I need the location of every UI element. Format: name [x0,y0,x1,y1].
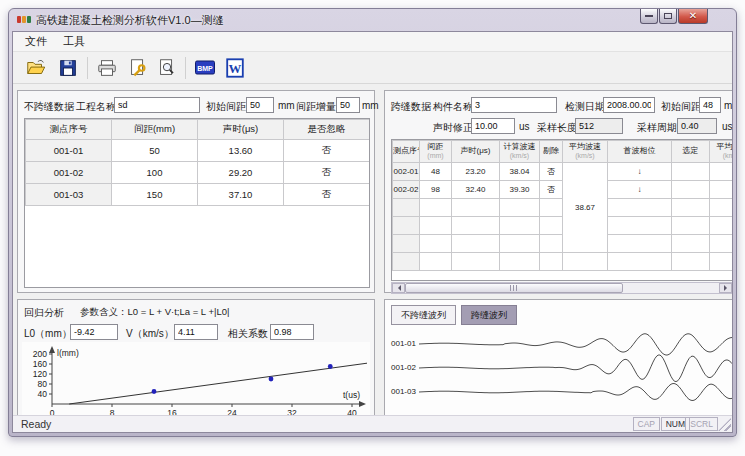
tab-seam-waves[interactable]: 跨缝波列 [461,305,517,325]
col-avg-velocity-2: 平均波速(km/s) [710,141,734,163]
date-input[interactable] [603,97,655,113]
svg-text:80: 80 [38,379,48,389]
save-floppy-icon [57,57,79,79]
formula-text: 参数含义：L0 = L + V·t;La = L +|L0| [80,306,229,319]
corr-input[interactable] [270,324,314,340]
svg-text:W: W [229,62,242,76]
svg-text:120: 120 [33,369,47,379]
sample-period-unit: us [722,121,733,132]
minimize-icon [645,15,653,17]
table-row [393,253,734,271]
col-ignore: 是否忽略 [284,120,370,140]
export-word-button[interactable]: W [222,55,248,81]
component-input[interactable] [471,97,557,113]
project-name-label: 工程名称 [76,100,116,114]
init-spacing-input[interactable] [246,97,274,113]
resize-grip[interactable] [718,418,731,431]
init-spacing-label: 初始间距 [661,100,701,114]
waveform-panel: 不跨缝波列 跨缝波列 001-01 001-02 001-03 [384,299,733,417]
non-seam-table: 测点序号 间距(mm) 声时(μs) 是否忽略 001-01 50 13.60 … [24,118,370,288]
horizontal-scrollbar[interactable] [391,282,733,294]
maximize-button[interactable] [659,9,677,24]
menu-tools[interactable]: 工具 [55,32,93,51]
regression-chart: 08162432404080120160200l(mm)t(us) [22,342,370,416]
v-input[interactable] [174,324,218,340]
trace-label: 001-01 [391,339,416,348]
svg-text:200: 200 [33,349,47,359]
first-wave-phase-arrow[interactable]: ↓ [608,181,672,199]
table-row[interactable]: 001-02 100 29.20 否 [26,162,370,184]
col-avg-velocity: 平均波速(km/s) [563,141,608,163]
panel-title: 不跨缝数据 [24,100,74,114]
export-bmp-button[interactable]: BMP [192,55,218,81]
bmp-icon: BMP [193,57,217,79]
avg-velocity-cell[interactable]: 38.67 [563,163,608,253]
panel-title: 跨缝数据 [391,100,431,114]
l0-label: L0（mm） [24,327,72,341]
toolbar-separator [87,57,88,79]
status-bar: Ready CAP NUM SCRL [13,415,732,432]
increment-input[interactable] [336,97,360,113]
svg-text:160: 160 [33,359,47,369]
sample-period-input[interactable] [677,118,717,134]
seam-panel: 跨缝数据 构件名称 检测日期 初始间距 mm 声时修正 us 采样长度 采样周期… [384,90,733,293]
regression-title: 回归分析 [24,306,64,320]
print-preview-button[interactable] [154,55,180,81]
table-row[interactable]: 001-01 50 13.60 否 [26,140,370,162]
col-sound-time: 声时(μs) [198,120,284,140]
col-calc-velocity: 计算波速(km/s) [500,141,540,163]
init-spacing-input[interactable] [699,97,721,113]
open-folder-icon [25,57,47,79]
correction-label: 声时修正 [433,121,473,135]
printer-icon [96,57,118,79]
menu-file[interactable]: 文件 [17,32,55,51]
col-selected: 选定 [672,141,710,163]
word-icon: W [224,57,246,79]
col-spacing: 间距(mm) [420,141,452,163]
scrollbar-thumb[interactable] [405,283,623,293]
first-wave-phase-arrow[interactable]: ↓ [608,163,672,181]
toolbar: BMP W [13,52,732,84]
scroll-lock-indicator: SCRL [685,417,718,431]
caps-lock-indicator: CAP [633,417,660,431]
save-button[interactable] [55,55,81,81]
print-button[interactable] [94,55,120,81]
col-exclude: 剔除 [540,141,563,163]
init-spacing-unit: mm [278,100,295,111]
minimize-button[interactable] [640,9,658,24]
table-row[interactable]: 001-03 150 37.10 否 [26,184,370,206]
init-spacing-unit: mm [724,100,733,111]
regression-panel: 回归分析 参数含义：L0 = L + V·t;La = L +|L0| L0（m… [17,299,375,417]
table-header-row: 测点序号 间距(mm) 声时(μs) 计算波速(km/s) 剔除 平均波速(km… [393,141,734,163]
table-row[interactable]: 002-01 48 23.20 38.04 否 38.67 ↓ [393,163,734,181]
tab-non-seam-waves[interactable]: 不跨缝波列 [391,305,456,325]
col-point-id: 测点序号 [26,120,112,140]
non-seam-panel: 不跨缝数据 工程名称 初始间距 mm 间距增量 mm 测点序号 间距(mm) 声… [17,90,375,293]
title-bar[interactable]: 高铁建混凝土检测分析软件V1.0—测缝 ✕ [9,9,736,31]
screen: 高铁建混凝土检测分析软件V1.0—测缝 ✕ 文件 工具 [0,0,745,456]
trace-label: 001-03 [391,387,416,396]
col-spacing: 间距(mm) [112,120,198,140]
trace-label: 001-02 [391,363,416,372]
sample-period-label: 采样周期 [637,121,677,135]
correction-unit: us [519,121,530,132]
correction-input[interactable] [471,118,515,134]
svg-text:BMP: BMP [197,65,213,72]
v-label: V（km/s） [126,327,174,341]
page-wrench-icon [127,57,149,79]
close-icon: ✕ [689,11,697,21]
svg-text:l(mm): l(mm) [57,348,79,358]
table-header-row: 测点序号 间距(mm) 声时(μs) 是否忽略 [26,120,370,140]
client-area: 文件 工具 [12,31,733,433]
project-name-input[interactable] [114,97,200,113]
scroll-right-arrow[interactable] [719,283,732,293]
print-setup-button[interactable] [125,55,151,81]
col-first-wave-phase: 首波相位 [608,141,672,163]
svg-text:40: 40 [38,389,48,399]
sample-length-input[interactable] [575,118,623,134]
scroll-left-arrow[interactable] [392,283,405,293]
close-button[interactable]: ✕ [678,9,708,24]
scrollbar-track[interactable] [623,283,719,293]
open-file-button[interactable] [23,55,49,81]
l0-input[interactable] [70,324,118,340]
